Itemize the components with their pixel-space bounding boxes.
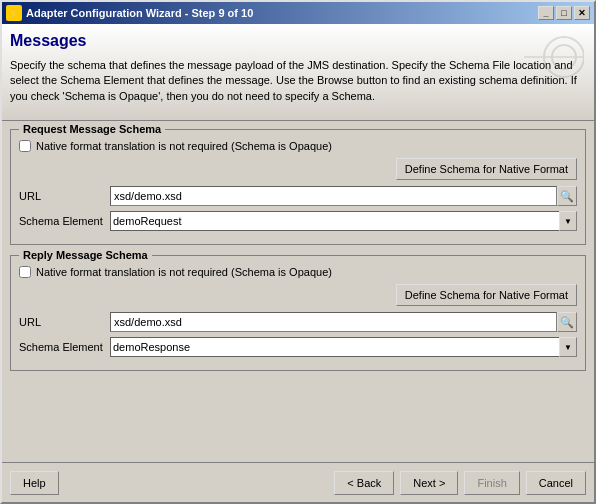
reply-url-browse-button[interactable]: 🔍 <box>557 312 577 332</box>
request-url-row: URL 🔍 <box>19 186 577 206</box>
bottom-left: Help <box>10 471 59 495</box>
cancel-button[interactable]: Cancel <box>526 471 586 495</box>
request-section-content: Native format translation is not require… <box>19 140 577 231</box>
request-schema-row: Schema Element demoRequest demoResponse … <box>19 211 577 231</box>
request-url-label: URL <box>19 190 104 202</box>
finish-button[interactable]: Finish <box>464 471 519 495</box>
request-define-btn-row: Define Schema for Native Format <box>19 158 577 180</box>
back-button[interactable]: < Back <box>334 471 394 495</box>
reply-opaque-label: Native format translation is not require… <box>36 266 332 278</box>
bottom-right: < Back Next > Finish Cancel <box>334 471 586 495</box>
reply-opaque-row: Native format translation is not require… <box>19 266 577 278</box>
request-opaque-label: Native format translation is not require… <box>36 140 332 152</box>
request-schema-select-wrapper: demoRequest demoResponse ▼ <box>110 211 577 231</box>
request-opaque-row: Native format translation is not require… <box>19 140 577 152</box>
reply-url-input-wrapper: 🔍 <box>110 312 577 332</box>
page-description: Specify the schema that defines the mess… <box>10 58 586 104</box>
minimize-button[interactable]: _ <box>538 6 554 20</box>
reply-define-btn-row: Define Schema for Native Format <box>19 284 577 306</box>
page-header: Messages Specify the schema that defines… <box>2 24 594 121</box>
reply-url-label: URL <box>19 316 104 328</box>
reply-schema-row: Schema Element demoRequest demoResponse … <box>19 337 577 357</box>
reply-schema-select[interactable]: demoRequest demoResponse <box>110 337 577 357</box>
request-url-browse-button[interactable]: 🔍 <box>557 186 577 206</box>
request-define-schema-button[interactable]: Define Schema for Native Format <box>396 158 577 180</box>
request-schema-select[interactable]: demoRequest demoResponse <box>110 211 577 231</box>
page-title: Messages <box>10 32 586 50</box>
reply-url-input[interactable] <box>110 312 557 332</box>
next-button[interactable]: Next > <box>400 471 458 495</box>
reply-section-content: Native format translation is not require… <box>19 266 577 357</box>
request-message-schema-section: Request Message Schema Native format tra… <box>10 129 586 245</box>
reply-schema-label: Schema Element <box>19 341 104 353</box>
request-section-legend: Request Message Schema <box>19 123 165 135</box>
window-title: Adapter Configuration Wizard - Step 9 of… <box>26 7 253 19</box>
title-bar: ⚡ Adapter Configuration Wizard - Step 9 … <box>2 2 594 24</box>
help-button[interactable]: Help <box>10 471 59 495</box>
maximize-button[interactable]: □ <box>556 6 572 20</box>
app-icon: ⚡ <box>6 5 22 21</box>
content-area: Request Message Schema Native format tra… <box>2 121 594 462</box>
bottom-bar: Help < Back Next > Finish Cancel <box>2 462 594 502</box>
reply-url-row: URL 🔍 <box>19 312 577 332</box>
reply-section-legend: Reply Message Schema <box>19 249 152 261</box>
request-opaque-checkbox[interactable] <box>19 140 31 152</box>
reply-define-schema-button[interactable]: Define Schema for Native Format <box>396 284 577 306</box>
request-url-input-wrapper: 🔍 <box>110 186 577 206</box>
reply-opaque-checkbox[interactable] <box>19 266 31 278</box>
title-bar-left: ⚡ Adapter Configuration Wizard - Step 9 … <box>6 5 253 21</box>
request-schema-label: Schema Element <box>19 215 104 227</box>
reply-message-schema-section: Reply Message Schema Native format trans… <box>10 255 586 371</box>
title-bar-buttons: _ □ ✕ <box>538 6 590 20</box>
header-graphic <box>524 32 584 84</box>
reply-schema-select-wrapper: demoRequest demoResponse ▼ <box>110 337 577 357</box>
request-url-input[interactable] <box>110 186 557 206</box>
close-button[interactable]: ✕ <box>574 6 590 20</box>
main-window: ⚡ Adapter Configuration Wizard - Step 9 … <box>0 0 596 504</box>
